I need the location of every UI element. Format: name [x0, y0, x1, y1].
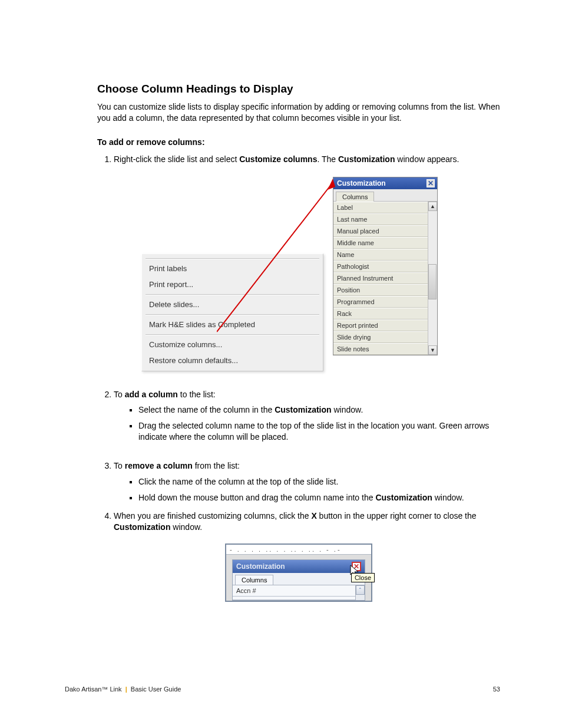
customization-inner: Customization ✕ Columns Accn # ˄ — [232, 559, 365, 601]
columns-tab-2[interactable]: Columns — [235, 575, 273, 585]
column-item[interactable]: Last name — [333, 213, 428, 225]
page-footer: Dako Artisan™ Link | Basic User Guide 53 — [65, 686, 500, 693]
step2-lead-pre: To — [114, 390, 125, 399]
context-menu-item-print-labels[interactable]: Print labels — [142, 261, 323, 276]
column-item[interactable]: Position — [333, 284, 428, 296]
footer-product: Dako Artisan™ Link — [65, 686, 122, 693]
intro-paragraph: You can customize slide lists to display… — [97, 101, 500, 124]
scroll-up-icon[interactable]: ▲ — [428, 202, 437, 211]
context-menu-item-mark-he-completed[interactable]: Mark H&E slides as Completed — [142, 317, 323, 332]
step1-bold-1: Customize columns — [239, 154, 317, 164]
step3-bullet-1: Click the name of the column at the top … — [138, 476, 500, 487]
context-menu-item-print-report[interactable]: Print report... — [142, 276, 323, 292]
figure-1: Print labels Print report... Delete slid… — [97, 177, 500, 365]
column-item[interactable]: Programmed — [333, 296, 428, 308]
column-item[interactable]: Report printed — [333, 319, 428, 331]
footer-guide: Basic User Guide — [131, 686, 181, 693]
column-item-partial[interactable] — [233, 597, 355, 600]
scroll-down-icon[interactable]: ▼ — [428, 345, 437, 355]
step3-lead-bold: remove a column — [125, 461, 193, 470]
scroll-up-icon[interactable]: ˄ — [356, 585, 365, 595]
customization-tabs: Columns — [333, 189, 437, 202]
step-1: Right-click the slide list and select Cu… — [114, 154, 500, 165]
step4-bold-1: X — [311, 511, 316, 521]
step3-lead-post: from the list: — [193, 461, 240, 470]
step1-text-pre: Right-click the slide list and select — [114, 154, 239, 164]
step3-b2-post: window. — [432, 493, 464, 502]
step2-b1-pre: Select the name of the column in the — [138, 405, 275, 414]
close-icon[interactable]: ✕ — [427, 179, 435, 187]
customization-window-close-detail: - . . . . .. . . .. . .. . - .- Customiz… — [225, 543, 372, 602]
context-menu-separator — [146, 314, 319, 315]
step2-bullets: Select the name of the column in the Cus… — [114, 404, 500, 443]
customization-scrollbar[interactable]: ▲ ▼ — [428, 202, 437, 355]
step4-pre: When you are finished customizing column… — [114, 511, 311, 521]
step2-lead-bold: add a column — [125, 390, 178, 399]
column-item[interactable]: Rack — [333, 308, 428, 319]
step2-bullet-2: Drag the selected column name to the top… — [138, 420, 500, 443]
scroll-thumb[interactable] — [428, 264, 437, 299]
customization-content-2: Accn # ˄ — [233, 585, 365, 600]
step3-bullet-2: Hold down the mouse button and drag the … — [138, 492, 500, 503]
procedure-heading: To add or remove columns: — [97, 137, 500, 148]
columns-list-2: Accn # — [233, 585, 355, 600]
column-item[interactable]: Slide drying — [333, 331, 428, 343]
scrollbar-2[interactable]: ˄ — [355, 585, 365, 600]
context-menu-separator — [146, 258, 319, 259]
step3-lead-pre: To — [114, 461, 125, 470]
context-menu-separator — [146, 294, 319, 295]
context-menu-item-delete-slides[interactable]: Delete slides... — [142, 297, 323, 312]
step3-b2-bold: Customization — [375, 493, 432, 502]
column-item[interactable]: Pathologist — [333, 261, 428, 272]
step2-b1-bold: Customization — [275, 405, 331, 414]
step1-text-mid: . The — [317, 154, 338, 164]
step-3: To remove a column from the list: Click … — [114, 460, 500, 503]
customization-titlebar[interactable]: Customization ✕ — [333, 177, 437, 189]
column-item[interactable]: Name — [333, 249, 428, 261]
step-4: When you are finished customizing column… — [114, 510, 500, 533]
step2-lead-post: to the list: — [178, 390, 216, 399]
step4-post: window. — [170, 522, 202, 532]
step1-text-post: window appears. — [395, 154, 459, 164]
columns-tab[interactable]: Columns — [336, 192, 374, 202]
footer-page-number: 53 — [493, 686, 500, 693]
step4-mid: button in the upper right corner to clos… — [317, 511, 477, 521]
scroll-track[interactable] — [428, 211, 437, 345]
procedure-list-cont: To add a column to the list: Select the … — [97, 389, 500, 533]
step4-bold-2: Customization — [114, 522, 170, 532]
step-2: To add a column to the list: Select the … — [114, 389, 500, 443]
column-item[interactable]: Label — [333, 202, 428, 213]
step3-bullets: Click the name of the column at the top … — [114, 476, 500, 503]
step2-b1-post: window. — [332, 405, 363, 414]
step3-b2-pre: Hold down the mouse button and drag the … — [138, 493, 375, 502]
document-page: Choose Column Headings to Display You ca… — [0, 0, 562, 728]
customization-window: Customization ✕ Columns Label Last name … — [333, 177, 438, 355]
customization-title: Customization — [337, 179, 386, 187]
procedure-list: Right-click the slide list and select Cu… — [97, 154, 500, 165]
fragment-row: - . . . . .. . . .. . .. . - .- — [226, 545, 371, 555]
customization-title-2: Customization — [236, 562, 285, 571]
column-item[interactable]: Accn # — [233, 585, 355, 597]
figure-2: - . . . . .. . . .. . .. . - .- Customiz… — [97, 543, 500, 602]
step2-bullet-1: Select the name of the column in the Cus… — [138, 404, 500, 416]
customization-tabs-2: Columns — [233, 573, 365, 585]
section-heading: Choose Column Headings to Display — [97, 83, 500, 95]
context-menu-item-restore-column-defaults[interactable]: Restore column defaults... — [142, 353, 323, 368]
column-item[interactable]: Planned Instrument — [333, 272, 428, 284]
column-item[interactable]: Middle name — [333, 237, 428, 249]
context-menu-separator — [146, 334, 319, 335]
step1-bold-2: Customization — [338, 154, 395, 164]
customization-list-wrap: Label Last name Manual placed Middle nam… — [333, 202, 437, 355]
context-menu: Print labels Print report... Delete slid… — [141, 253, 323, 371]
column-item[interactable]: Slide notes — [333, 343, 428, 355]
context-menu-item-customize-columns[interactable]: Customize columns... — [142, 337, 323, 353]
customization-column-list: Label Last name Manual placed Middle nam… — [333, 202, 428, 355]
footer-separator-icon: | — [125, 686, 127, 693]
column-item[interactable]: Manual placed — [333, 225, 428, 237]
customization-titlebar-2[interactable]: Customization ✕ — [233, 560, 365, 573]
footer-left: Dako Artisan™ Link | Basic User Guide — [65, 686, 181, 693]
close-tooltip: Close — [351, 573, 375, 582]
